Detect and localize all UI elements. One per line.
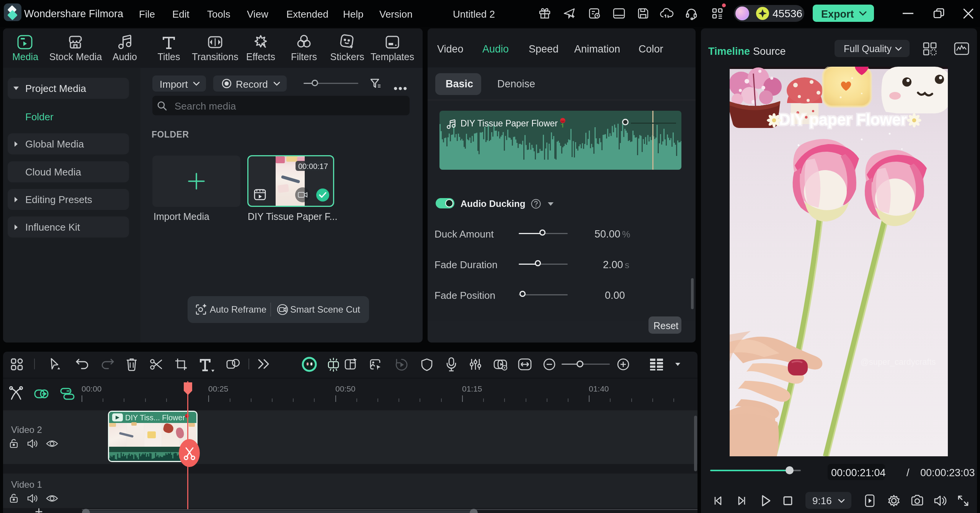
svg-text:DIY paper Flower: DIY paper Flower [779, 111, 907, 128]
svg-text:@super_cardycrafts: @super_cardycrafts [860, 357, 936, 367]
